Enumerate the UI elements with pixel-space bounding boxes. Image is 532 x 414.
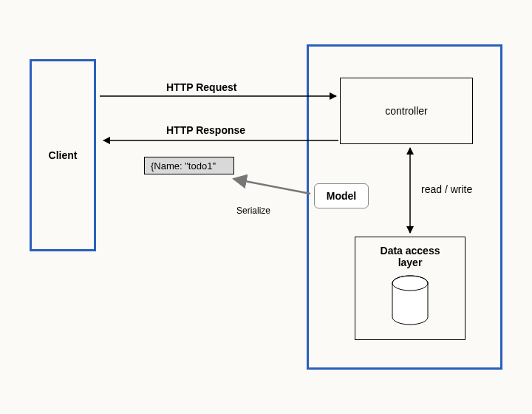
payload-text: {Name: "todo1" — [151, 160, 216, 172]
read-write-label: read / write — [421, 183, 472, 195]
model-label: Model — [327, 190, 356, 202]
controller-label: controller — [385, 105, 428, 117]
arrow-serialize — [233, 179, 310, 194]
data-access-box: Data access layer — [355, 237, 466, 340]
serialize-label: Serialize — [236, 206, 270, 216]
http-request-label: HTTP Request — [166, 81, 236, 93]
payload-box: {Name: "todo1" — [144, 157, 234, 174]
database-cylinder-icon — [388, 274, 432, 328]
http-response-label: HTTP Response — [166, 124, 245, 136]
data-access-label: Data access layer — [381, 245, 440, 268]
client-label: Client — [49, 149, 78, 161]
controller-box: controller — [340, 78, 473, 144]
client-box: Client — [30, 59, 96, 251]
model-box: Model — [314, 183, 369, 208]
